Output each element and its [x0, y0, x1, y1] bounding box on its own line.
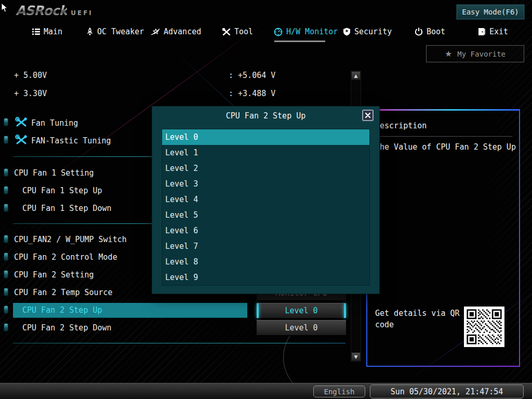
tab-boot-label: Boot	[427, 27, 445, 36]
row-marker	[4, 235, 8, 243]
language-label: English	[324, 388, 354, 396]
option-level-5[interactable]: Level 5	[162, 207, 369, 223]
menu-item-cpu-fan2-wpump-switch[interactable]: CPU_FAN2 / W_PUMP Switch	[14, 235, 127, 244]
menu-item-cpu-fan2-temp-source[interactable]: CPU Fan 2 Temp Source	[14, 288, 113, 297]
menu-item-cpu-fan2-setting[interactable]: CPU Fan 2 Setting	[14, 270, 94, 280]
scroll-up-icon: ▲	[354, 73, 358, 78]
cpu-fan2-step-up-dialog: CPU Fan 2 Step Up Level 0 Level 1 Level …	[152, 107, 379, 294]
option-level-9[interactable]: Level 9	[162, 270, 369, 285]
description-body: The Value of CPU Fan 2 Step Up	[375, 142, 516, 152]
tab-security-label: Security	[354, 27, 392, 36]
step-up-value-button[interactable]: Level 0	[257, 303, 346, 318]
row-marker	[4, 187, 8, 194]
dialog-close-button[interactable]	[362, 110, 374, 121]
tab-security[interactable]: Security	[343, 27, 392, 36]
row-marker	[4, 306, 8, 313]
my-favorite-label: My Favorite	[457, 50, 506, 58]
tab-exit-label: Exit	[489, 27, 508, 36]
tab-advanced-label: Advanced	[164, 27, 201, 36]
option-level-8[interactable]: Level 8	[162, 254, 369, 270]
tab-oc-tweaker-label: OC Tweaker	[97, 27, 144, 36]
reading-5v-value: : +5.064 V	[229, 71, 275, 80]
tab-boot[interactable]: Boot	[415, 27, 445, 36]
panel-border-bottom	[366, 366, 520, 367]
row-marker	[4, 136, 8, 143]
qr-caption: Get details via QR code	[375, 308, 469, 330]
step-down-value: Level 0	[285, 323, 317, 332]
active-tab-underline	[274, 41, 325, 42]
row-marker	[4, 271, 8, 278]
scroll-down-icon: ▼	[354, 354, 358, 360]
qr-code	[464, 307, 504, 347]
reading-5v-label: + 5.00V	[14, 71, 47, 80]
tab-tool-label: Tool	[234, 27, 253, 36]
uefi-screen: ASRock UEFI Easy Mode(F6) Main OC Tweake…	[0, 0, 532, 399]
tab-hw-monitor-label: H/W Monitor	[286, 27, 338, 36]
tab-main[interactable]: Main	[32, 27, 62, 36]
active-edge-right	[344, 303, 346, 318]
list-icon	[32, 28, 40, 35]
reading-3v-label: + 3.30V	[14, 89, 47, 98]
option-level-1[interactable]: Level 1	[162, 145, 369, 161]
datetime-text: Sun 05/30/2021, 21:47:54	[391, 387, 503, 396]
section-divider	[13, 343, 345, 343]
language-button[interactable]: English	[313, 385, 365, 397]
tab-hw-monitor[interactable]: H/W Monitor	[274, 27, 338, 36]
panel-border-top	[366, 109, 520, 111]
asrock-logo: ASRock UEFI	[16, 3, 93, 18]
logo-wordmark: ASRock	[16, 3, 67, 18]
panel-border-right	[519, 109, 520, 367]
menu-item-cpu-fan1-setting[interactable]: CPU Fan 1 Setting	[14, 168, 94, 178]
scroll-down-button[interactable]: ▼	[351, 352, 361, 361]
mouse-cursor	[1, 3, 9, 13]
row-marker	[4, 324, 8, 331]
star-icon: ★	[445, 49, 452, 59]
logo-uefi-label: UEFI	[71, 9, 93, 17]
tools-icon	[222, 28, 231, 36]
my-favorite-button[interactable]: ★ My Favorite	[426, 45, 524, 62]
menu-item-cpu-fan2-control-mode[interactable]: CPU Fan 2 Control Mode	[14, 252, 117, 262]
dialog-title: CPU Fan 2 Step Up	[152, 111, 379, 121]
fan-tools-icon	[15, 135, 28, 145]
active-edge-left	[257, 303, 259, 318]
row-marker	[4, 169, 8, 176]
fan-tools-icon	[15, 117, 28, 128]
menu-item-fan-tuning[interactable]: Fan Tuning	[31, 118, 78, 128]
power-icon	[415, 28, 423, 36]
option-level-7[interactable]: Level 7	[162, 238, 369, 254]
option-level-2[interactable]: Level 2	[162, 161, 369, 176]
row-marker	[4, 204, 8, 211]
scroll-up-button[interactable]: ▲	[351, 71, 361, 80]
menu-item-cpu-fan1-step-down[interactable]: CPU Fan 1 Step Down	[22, 204, 112, 213]
gauge-icon	[274, 28, 283, 36]
option-level-3[interactable]: Level 3	[162, 176, 369, 192]
tab-tool[interactable]: Tool	[222, 27, 253, 36]
shield-icon	[343, 28, 351, 36]
exit-door-icon	[478, 28, 486, 36]
row-marker	[4, 118, 8, 126]
dialog-option-list: Level 0 Level 1 Level 2 Level 3 Level 4 …	[162, 129, 370, 286]
description-title: Description	[375, 121, 427, 130]
menu-item-cpu-fan2-step-up-label: CPU Fan 2 Step Up	[22, 305, 102, 315]
star-swoosh-icon	[151, 28, 160, 36]
tab-advanced[interactable]: Advanced	[151, 27, 201, 36]
option-level-6[interactable]: Level 6	[162, 223, 369, 238]
option-level-0[interactable]: Level 0	[162, 129, 369, 145]
menu-item-cpu-fan2-step-down[interactable]: CPU Fan 2 Step Down	[22, 323, 112, 332]
step-up-value: Level 0	[285, 306, 317, 315]
row-marker	[4, 288, 8, 296]
row-marker	[4, 253, 8, 260]
tab-main-label: Main	[44, 27, 62, 36]
easy-mode-button[interactable]: Easy Mode(F6)	[456, 4, 525, 20]
rocket-icon	[86, 28, 94, 36]
step-down-value-button[interactable]: Level 0	[257, 320, 346, 336]
option-level-4[interactable]: Level 4	[162, 192, 369, 207]
menu-item-cpu-fan2-step-up-selected[interactable]: CPU Fan 2 Step Up	[13, 303, 247, 317]
menu-item-fantastic-tuning[interactable]: FAN-Tastic Tuning	[31, 136, 111, 145]
tab-exit[interactable]: Exit	[478, 27, 508, 36]
datetime-display: Sun 05/30/2021, 21:47:54	[370, 384, 524, 398]
menu-item-cpu-fan1-step-up[interactable]: CPU Fan 1 Step Up	[22, 186, 102, 195]
reading-3v-value: : +3.488 V	[229, 89, 275, 98]
tab-oc-tweaker[interactable]: OC Tweaker	[86, 27, 144, 36]
close-icon	[365, 113, 370, 118]
